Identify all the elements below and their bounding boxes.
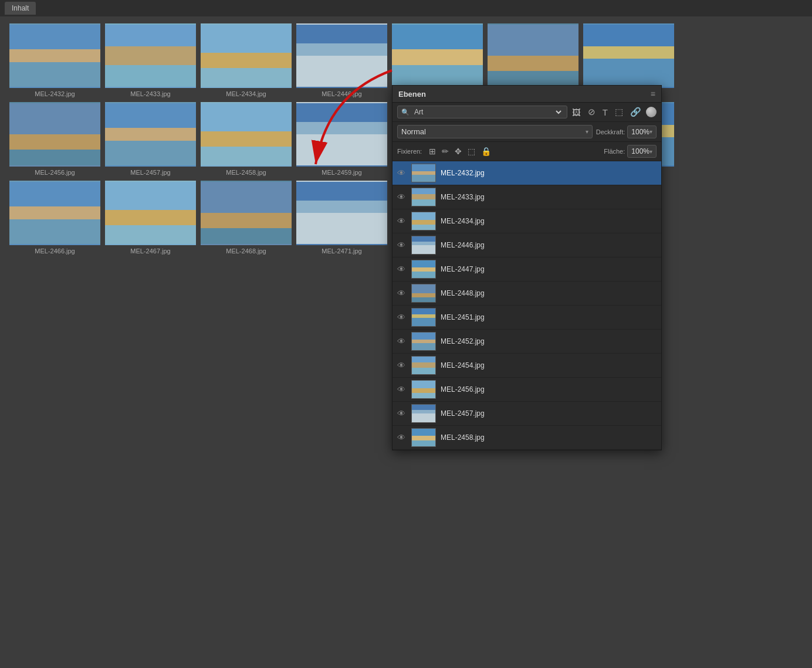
fix-draw-icon[interactable]: ✏ (442, 147, 449, 156)
thumbnail[interactable] (201, 23, 292, 88)
layer-item[interactable]: 👁 MEL-2446.jpg (393, 233, 661, 257)
visibility-icon[interactable]: 👁 (397, 240, 407, 250)
visibility-icon[interactable]: 👁 (397, 313, 407, 322)
thumbnail[interactable] (105, 23, 196, 88)
layer-thumbnail (411, 188, 436, 206)
grid-item[interactable]: MEL-2446.jpg (296, 23, 387, 97)
visibility-icon[interactable]: 👁 (397, 265, 407, 274)
circle-icon[interactable]: ⊘ (587, 106, 597, 118)
thumbnail[interactable] (9, 23, 100, 88)
toolbar-icons: 🖼 ⊘ T ⬚ 🔗 (571, 106, 642, 118)
layer-name: MEL-2446.jpg (441, 241, 657, 249)
opacity-chevron-icon: ▾ (649, 128, 652, 135)
thumbnail[interactable] (296, 102, 387, 167)
transform-icon[interactable]: ⬚ (614, 106, 624, 118)
file-label: MEL-2432.jpg (35, 90, 75, 97)
grid-item[interactable]: MEL-2471.jpg (296, 181, 387, 255)
panel-menu-icon[interactable]: ≡ (651, 89, 655, 99)
layer-item[interactable]: 👁 MEL-2447.jpg (393, 257, 661, 282)
visibility-icon[interactable]: 👁 (397, 385, 407, 394)
visibility-ball[interactable] (646, 107, 657, 117)
file-label: MEL-2433.jpg (130, 90, 171, 97)
fix-label: Fixieren: (397, 148, 422, 155)
layer-thumbnail (411, 260, 436, 279)
grid-item[interactable]: MEL-2467.jpg (105, 181, 196, 255)
area-input[interactable]: 100% ▾ (627, 145, 657, 158)
layer-item[interactable]: 👁 MEL-2432.jpg (393, 161, 661, 185)
file-label: MEL-2466.jpg (35, 247, 75, 255)
visibility-icon[interactable]: 👁 (397, 192, 407, 202)
blend-mode-select[interactable]: Normal ▾ (397, 125, 593, 138)
layer-thumbnail (411, 308, 436, 327)
layer-thumbnail (411, 380, 436, 399)
grid-item[interactable]: MEL-2456.jpg (9, 102, 100, 176)
search-group[interactable]: 🔍 Art Name (397, 106, 567, 118)
layer-item[interactable]: 👁 MEL-2457.jpg (393, 402, 661, 426)
thumbnail[interactable] (201, 102, 292, 167)
text-icon[interactable]: T (601, 106, 609, 118)
fix-move-icon[interactable]: ✥ (455, 147, 462, 156)
layer-item[interactable]: 👁 MEL-2434.jpg (393, 209, 661, 233)
layer-item[interactable]: 👁 MEL-2458.jpg (393, 426, 661, 450)
visibility-icon[interactable]: 👁 (397, 409, 407, 418)
link-icon[interactable]: 🔗 (629, 106, 642, 118)
layer-name: MEL-2456.jpg (441, 385, 657, 394)
search-select[interactable]: Art Name (412, 107, 563, 117)
thumbnail[interactable] (296, 181, 387, 245)
file-label: MEL-2467.jpg (130, 247, 171, 255)
layer-name: MEL-2447.jpg (441, 265, 657, 273)
area-chevron-icon: ▾ (649, 148, 652, 155)
thumbnail[interactable] (9, 181, 100, 245)
layer-name: MEL-2452.jpg (441, 337, 657, 345)
layer-item[interactable]: 👁 MEL-2452.jpg (393, 330, 661, 354)
thumbnail[interactable] (105, 181, 196, 245)
fix-position-icon[interactable]: ⊞ (429, 147, 436, 156)
layers-panel: Ebenen ≡ 🔍 Art Name 🖼 ⊘ T ⬚ 🔗 Normal ▾ D… (392, 85, 662, 450)
fix-transform-icon[interactable]: ⬚ (468, 147, 475, 156)
grid-item[interactable]: MEL-2466.jpg (9, 181, 100, 255)
layer-name: MEL-2433.jpg (441, 193, 657, 201)
grid-item[interactable]: MEL-2457.jpg (105, 102, 196, 176)
thumbnail[interactable] (583, 23, 674, 88)
panel-title: Ebenen (398, 90, 426, 99)
thumbnail[interactable] (392, 23, 483, 88)
grid-item[interactable]: MEL-2433.jpg (105, 23, 196, 97)
grid-item[interactable]: MEL-2468.jpg (201, 181, 292, 255)
file-label: MEL-2471.jpg (322, 247, 362, 255)
thumbnail[interactable] (105, 102, 196, 167)
photo-grid: MEL-2432.jpg MEL-2433.jpg MEL-2434.jpg M… (0, 16, 387, 262)
layer-thumbnail (411, 356, 436, 375)
search-icon: 🔍 (401, 108, 410, 116)
layer-thumbnail (411, 164, 436, 182)
thumbnail[interactable] (9, 102, 100, 167)
layer-item[interactable]: 👁 MEL-2456.jpg (393, 378, 661, 402)
visibility-icon[interactable]: 👁 (397, 168, 407, 178)
thumbnail[interactable] (488, 23, 578, 88)
fix-lock-icon[interactable]: 🔒 (481, 147, 491, 156)
file-label: MEL-2434.jpg (226, 90, 266, 97)
opacity-input[interactable]: 100% ▾ (627, 126, 657, 138)
layer-item[interactable]: 👁 MEL-2454.jpg (393, 354, 661, 378)
grid-item[interactable]: MEL-2432.jpg (9, 23, 100, 97)
thumbnail[interactable] (296, 23, 387, 88)
layer-item[interactable]: 👁 MEL-2448.jpg (393, 282, 661, 306)
file-label: MEL-2458.jpg (226, 169, 266, 176)
visibility-icon[interactable]: 👁 (397, 433, 407, 442)
image-icon[interactable]: 🖼 (571, 106, 582, 118)
blend-mode-label: Normal (401, 127, 586, 136)
panel-toolbar: 🔍 Art Name 🖼 ⊘ T ⬚ 🔗 (393, 103, 661, 122)
visibility-icon[interactable]: 👁 (397, 216, 407, 226)
inhalt-tab[interactable]: Inhalt (5, 2, 36, 15)
visibility-icon[interactable]: 👁 (397, 361, 407, 370)
blend-row: Normal ▾ Deckkraft: 100% ▾ (393, 122, 661, 142)
grid-item[interactable]: MEL-2459.jpg (296, 102, 387, 176)
visibility-icon[interactable]: 👁 (397, 337, 407, 346)
layer-item[interactable]: 👁 MEL-2451.jpg (393, 306, 661, 330)
area-group: Fläche: 100% ▾ (604, 145, 657, 158)
grid-item[interactable]: MEL-2458.jpg (201, 102, 292, 176)
thumbnail[interactable] (201, 181, 292, 245)
grid-item[interactable]: MEL-2434.jpg (201, 23, 292, 97)
layer-item[interactable]: 👁 MEL-2433.jpg (393, 185, 661, 209)
layer-thumbnail (411, 212, 436, 230)
visibility-icon[interactable]: 👁 (397, 289, 407, 298)
